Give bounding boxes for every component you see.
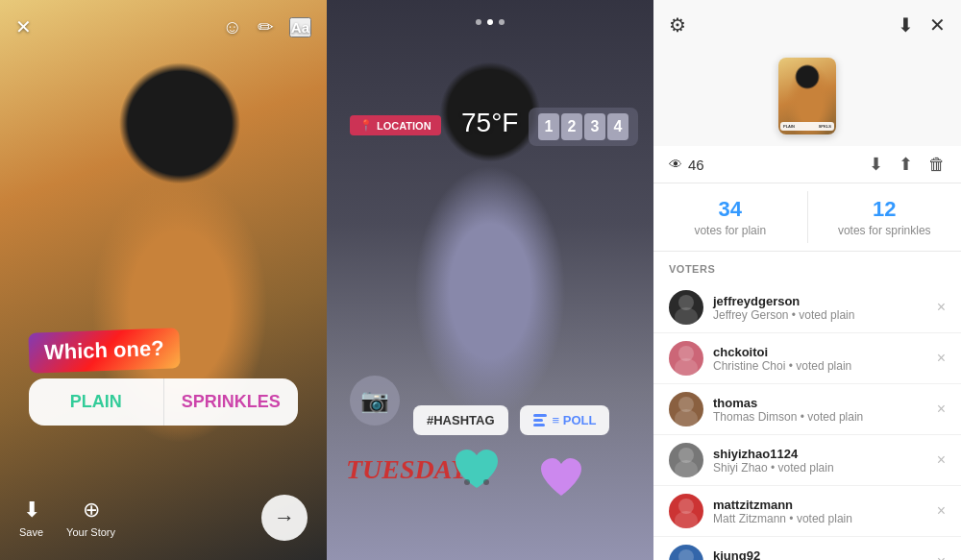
voter-username: thomas <box>713 396 937 410</box>
heart-sticker-purple[interactable] <box>538 455 584 512</box>
poll-option-sprinkles[interactable]: SPRINKLES <box>164 378 299 426</box>
voter-username: kjung92 <box>713 548 937 561</box>
voter-username: mattzitzmann <box>713 498 937 512</box>
voters-header: VOTERS <box>653 252 961 282</box>
voter-close-button[interactable]: × <box>937 401 946 418</box>
poll-option-plain[interactable]: PLAIN <box>29 378 164 426</box>
voter-avatar <box>669 545 703 560</box>
close-button[interactable]: ✕ <box>15 15 32 38</box>
svg-point-0 <box>464 479 470 485</box>
stickers-panel: 📍 LOCATION 75°F 1 2 3 4 📷 #HASHTAG ≡ POL… <box>327 0 653 560</box>
svg-point-7 <box>675 409 698 426</box>
voter-avatar <box>669 341 703 376</box>
sticker-button[interactable]: ☺ <box>222 16 241 38</box>
story-bottom-toolbar: ⬇ Save ⊕ Your Story → <box>0 483 327 560</box>
voter-username: jeffreydgerson <box>713 294 937 308</box>
dot-2 <box>487 19 493 25</box>
voter-username: shiyizhao1124 <box>713 447 937 461</box>
header-left: ⚙ <box>669 13 686 37</box>
text-button[interactable]: Aa <box>289 17 311 37</box>
settings-button[interactable]: ⚙ <box>669 13 686 37</box>
poll-sticker: Which one? PLAIN SPRINKLES <box>29 330 298 426</box>
save-action[interactable]: ⬇ Save <box>19 498 43 538</box>
location-pin-icon: 📍 <box>359 119 373 132</box>
right-panel-header: ⚙ ⬇ ✕ <box>653 0 961 50</box>
sprinkles-label: votes for sprinkles <box>816 224 954 237</box>
poll-question: Which one? <box>28 328 180 373</box>
voter-item: jeffreydgersonJeffrey Gerson • voted pla… <box>653 282 961 333</box>
save-icon: ⬇ <box>23 498 40 523</box>
voter-info: jeffreydgersonJeffrey Gerson • voted pla… <box>713 294 937 322</box>
poll-sticker-button[interactable]: ≡ POLL <box>520 405 610 435</box>
voter-close-button[interactable]: × <box>937 502 946 520</box>
views-delete-button[interactable]: 🗑 <box>928 154 946 175</box>
draw-button[interactable]: ✏ <box>258 15 274 38</box>
tuesday-sticker[interactable]: TUESDAY <box>346 454 467 485</box>
poll-bars-icon <box>533 414 547 426</box>
location-label: LOCATION <box>377 120 431 132</box>
sprinkles-count: 12 <box>816 197 954 222</box>
poll-sticker-label: ≡ POLL <box>553 413 597 427</box>
next-button[interactable]: → <box>261 495 308 541</box>
voter-item: thomasThomas Dimson • voted plain× <box>653 384 961 435</box>
views-count: 👁 46 <box>669 157 704 173</box>
plain-count: 34 <box>661 197 800 222</box>
views-number: 46 <box>688 157 704 173</box>
header-right: ⬇ ✕ <box>898 13 946 37</box>
voter-info: kjung92Kevin Jung • voted plain <box>713 548 937 561</box>
voter-fullname: Jeffrey Gerson • voted plain <box>713 308 937 322</box>
svg-point-1 <box>483 479 489 485</box>
voter-fullname: Christine Choi • voted plain <box>713 359 937 373</box>
viewers-panel: ⚙ ⬇ ✕ PLAINSPKLS 👁 46 ⬇ ⬆ 🗑 34 votes for… <box>653 0 961 560</box>
progress-dots <box>476 19 505 25</box>
heart-sticker-teal[interactable] <box>452 446 502 507</box>
camera-button[interactable]: 📷 <box>350 376 400 426</box>
voter-avatar <box>669 443 703 477</box>
svg-point-12 <box>678 549 694 560</box>
voter-close-button[interactable]: × <box>937 553 946 560</box>
voter-close-button[interactable]: × <box>937 299 946 316</box>
timer-digit-2: 2 <box>561 113 582 140</box>
voter-fullname: Thomas Dimson • voted plain <box>713 410 937 424</box>
toolbar-right-actions: ☺ ✏ Aa <box>222 15 311 38</box>
location-sticker[interactable]: 📍 LOCATION <box>350 115 441 135</box>
voter-info: mattzitzmannMatt Zitzmann • voted plain <box>713 498 937 525</box>
header-download-button[interactable]: ⬇ <box>898 13 914 37</box>
thumb-poll-overlay: PLAINSPKLS <box>780 122 834 131</box>
eye-icon: 👁 <box>669 157 682 172</box>
timer-digit-4: 4 <box>607 113 628 140</box>
views-bar: 👁 46 ⬇ ⬆ 🗑 <box>653 146 961 183</box>
views-download-button[interactable]: ⬇ <box>869 154 883 175</box>
timer-digit-1: 1 <box>538 113 559 140</box>
poll-options: PLAIN SPRINKLES <box>29 378 298 426</box>
timer-sticker[interactable]: 1 2 3 4 <box>529 108 638 146</box>
views-share-button[interactable]: ⬆ <box>899 154 913 175</box>
poll-results: 34 votes for plain 12 votes for sprinkle… <box>653 183 961 252</box>
voter-avatar <box>669 290 703 325</box>
voter-close-button[interactable]: × <box>937 350 946 367</box>
add-story-icon: ⊕ <box>83 498 100 523</box>
voter-info: thomasThomas Dimson • voted plain <box>713 396 937 424</box>
voter-avatar <box>669 494 703 528</box>
story-thumbnail[interactable]: PLAINSPKLS <box>778 58 836 134</box>
voter-close-button[interactable]: × <box>937 451 946 469</box>
header-close-button[interactable]: ✕ <box>929 13 946 37</box>
hashtag-sticker[interactable]: #HASHTAG <box>413 405 508 435</box>
voter-info: shiyizhao1124Shiyi Zhao • voted plain <box>713 447 937 475</box>
sticker-row: #HASHTAG ≡ POLL <box>413 405 638 435</box>
temperature-sticker[interactable]: 75°F <box>461 108 518 138</box>
poll-result-plain: 34 votes for plain <box>653 183 807 251</box>
views-actions: ⬇ ⬆ 🗑 <box>869 154 946 175</box>
voter-fullname: Shiyi Zhao • voted plain <box>713 461 937 475</box>
voter-fullname: Matt Zitzmann • voted plain <box>713 512 937 525</box>
voter-item: mattzitzmannMatt Zitzmann • voted plain× <box>653 486 961 537</box>
your-story-action[interactable]: ⊕ Your Story <box>66 498 115 538</box>
dot-1 <box>476 19 481 25</box>
plain-label: votes for plain <box>661 224 800 237</box>
voters-list: jeffreydgersonJeffrey Gerson • voted pla… <box>653 282 961 560</box>
poll-result-sprinkles: 12 votes for sprinkles <box>808 183 962 251</box>
your-story-label: Your Story <box>66 526 115 538</box>
story-thumbnail-container: PLAINSPKLS <box>653 50 961 146</box>
svg-point-11 <box>675 511 698 528</box>
svg-point-9 <box>675 460 698 477</box>
